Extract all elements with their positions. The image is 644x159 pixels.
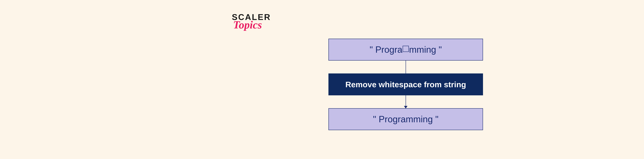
arrow-connector-1 [406, 60, 406, 74]
output-string-box: " Programming " [328, 108, 483, 130]
logo-topics-text: Topics [233, 19, 262, 30]
input-suffix: mming " [409, 44, 442, 55]
flowchart-diagram: " Progra mming " Remove whitespace from … [328, 39, 483, 130]
input-string-text: " Progra mming " [370, 44, 442, 55]
arrow-head-icon [404, 106, 408, 108]
input-string-box: " Progra mming " [328, 39, 483, 60]
scaler-topics-logo: SCALER Topics [232, 13, 271, 30]
arrow-connector-2 [406, 95, 406, 108]
operation-box: Remove whitespace from string [328, 74, 483, 95]
whitespace-character-box [403, 46, 409, 52]
operation-label: Remove whitespace from string [345, 80, 466, 89]
input-prefix: " Progra [370, 44, 402, 55]
output-string-text: " Programming " [373, 114, 438, 124]
